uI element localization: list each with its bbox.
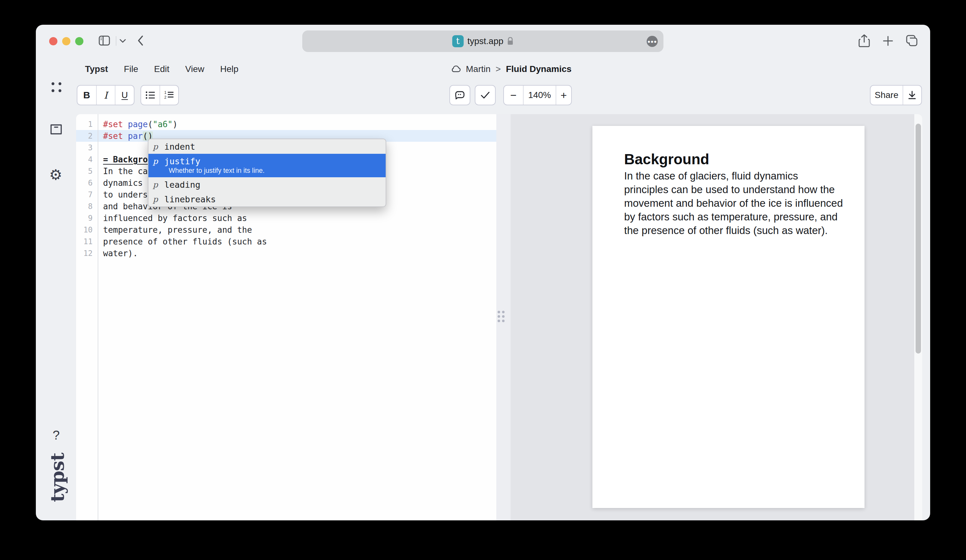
titlebar-divider bbox=[116, 36, 117, 46]
code-line-9[interactable]: 9influenced by factors such as bbox=[76, 212, 496, 224]
line-number: 1 bbox=[76, 120, 93, 129]
new-tab-icon[interactable] bbox=[882, 36, 894, 46]
bullet-list-icon bbox=[146, 91, 155, 99]
menu-bar-items: TypstFileEditViewHelp bbox=[85, 64, 238, 74]
checkmark-icon bbox=[480, 91, 490, 99]
share-icon[interactable] bbox=[859, 34, 870, 48]
autocomplete-item-indent[interactable]: pindent bbox=[148, 139, 386, 154]
compile-status-button[interactable] bbox=[475, 85, 496, 105]
preview-body: In the case of glaciers, fluid dynamics … bbox=[624, 169, 844, 237]
bold-button[interactable]: B bbox=[77, 85, 96, 105]
settings-gear-icon[interactable]: ⚙ bbox=[49, 166, 62, 183]
screen: t typst.app ●●● bbox=[0, 0, 966, 560]
lock-icon bbox=[507, 37, 513, 45]
param-label: linebreaks bbox=[164, 194, 216, 204]
param-description: Whether to justify text in its line. bbox=[169, 167, 264, 175]
breadcrumb-workspace[interactable]: Martin bbox=[466, 64, 491, 74]
traffic-lights bbox=[49, 37, 84, 45]
breadcrumb-document[interactable]: Fluid Dynamics bbox=[506, 64, 572, 74]
line-number: 2 bbox=[76, 131, 93, 140]
autocomplete-item-leading[interactable]: pleading bbox=[148, 177, 386, 192]
address-bar[interactable]: t typst.app ●●● bbox=[302, 30, 664, 52]
zoom-level[interactable]: 140% bbox=[523, 85, 555, 105]
app-grid-icon[interactable] bbox=[51, 81, 62, 93]
list-group: 1 2 bbox=[141, 85, 179, 105]
back-icon[interactable] bbox=[137, 35, 144, 46]
param-type-icon: p bbox=[153, 195, 161, 204]
comment-icon bbox=[455, 91, 465, 100]
breadcrumb-separator: > bbox=[496, 64, 501, 74]
preview-scrollbar-thumb[interactable] bbox=[915, 124, 921, 353]
line-number: 5 bbox=[76, 167, 93, 176]
files-box-icon[interactable] bbox=[50, 124, 62, 135]
share-group: Share bbox=[870, 85, 922, 105]
zoom-window-button[interactable] bbox=[75, 37, 84, 45]
code-text: influenced by factors such as bbox=[103, 213, 247, 223]
chevron-down-icon[interactable] bbox=[120, 39, 126, 43]
download-button[interactable] bbox=[903, 85, 921, 105]
download-icon bbox=[908, 91, 916, 100]
help-icon[interactable]: ? bbox=[53, 428, 60, 442]
line-number: 9 bbox=[76, 214, 93, 223]
numbered-list-icon: 1 2 bbox=[164, 91, 174, 100]
code-text: water). bbox=[103, 249, 138, 258]
code-text: temperature, pressure, and the bbox=[103, 225, 252, 235]
close-window-button[interactable] bbox=[49, 37, 58, 45]
site-favicon: t bbox=[452, 35, 464, 47]
breadcrumb: Martin > Fluid Dynamics bbox=[451, 64, 572, 74]
tab-overview-icon[interactable] bbox=[906, 35, 919, 47]
zoom-group: − 140% + bbox=[503, 85, 572, 105]
underline-button[interactable]: U bbox=[115, 85, 134, 105]
preview-heading: Background bbox=[624, 151, 709, 168]
typst-logo: typst bbox=[47, 453, 68, 502]
param-type-icon: p bbox=[153, 157, 161, 166]
line-number: 10 bbox=[76, 225, 93, 234]
page-settings-icon[interactable]: ●●● bbox=[647, 36, 658, 47]
safari-window: t typst.app ●●● bbox=[36, 25, 930, 521]
line-number: 7 bbox=[76, 190, 93, 199]
svg-text:1: 1 bbox=[164, 91, 166, 95]
autocomplete-dropdown: pindentpjustifyWhether to justify text i… bbox=[148, 139, 386, 207]
param-type-icon: p bbox=[153, 180, 161, 189]
autocomplete-item-linebreaks[interactable]: plinebreaks bbox=[148, 192, 386, 207]
param-type-icon: p bbox=[153, 142, 161, 151]
line-number: 3 bbox=[76, 143, 93, 152]
comment-button[interactable] bbox=[449, 85, 470, 105]
line-number: 6 bbox=[76, 179, 93, 187]
sidebar-toggle-icon[interactable] bbox=[99, 35, 110, 46]
minimize-window-button[interactable] bbox=[62, 37, 71, 45]
svg-text:2: 2 bbox=[164, 95, 166, 100]
share-button[interactable]: Share bbox=[871, 85, 903, 105]
bullet-list-button[interactable] bbox=[141, 85, 159, 105]
code-line-1[interactable]: 1#set page("a6") bbox=[76, 118, 496, 130]
param-label: indent bbox=[164, 142, 196, 151]
browser-titlebar: t typst.app ●●● bbox=[36, 25, 930, 56]
gutter-separator bbox=[98, 114, 98, 521]
code-line-10[interactable]: 10temperature, pressure, and the bbox=[76, 224, 496, 236]
pane-drag-handle[interactable] bbox=[498, 311, 504, 322]
line-number: 4 bbox=[76, 155, 93, 164]
code-text: #set page("a6") bbox=[103, 120, 177, 129]
zoom-in-button[interactable]: + bbox=[555, 85, 571, 105]
menu-item-typst[interactable]: Typst bbox=[85, 64, 108, 74]
cloud-icon bbox=[451, 66, 461, 72]
preview-scrollbar-track[interactable] bbox=[914, 114, 922, 521]
line-number: 11 bbox=[76, 237, 93, 246]
menu-item-file[interactable]: File bbox=[124, 64, 138, 74]
numbered-list-button[interactable]: 1 2 bbox=[159, 85, 178, 105]
preview-page: Background In the case of glaciers, flui… bbox=[592, 126, 864, 508]
line-number: 8 bbox=[76, 202, 93, 211]
menu-item-edit[interactable]: Edit bbox=[154, 64, 169, 74]
url-text: typst.app bbox=[467, 36, 504, 46]
preview-pane: Background In the case of glaciers, flui… bbox=[511, 114, 922, 521]
italic-button[interactable]: I bbox=[96, 85, 115, 105]
code-text: #set par() bbox=[103, 131, 153, 141]
menu-item-view[interactable]: View bbox=[185, 64, 204, 74]
zoom-out-button[interactable]: − bbox=[504, 85, 523, 105]
autocomplete-item-justify[interactable]: pjustifyWhether to justify text in its l… bbox=[148, 154, 386, 177]
code-line-12[interactable]: 12water). bbox=[76, 247, 496, 259]
param-label: leading bbox=[164, 180, 200, 190]
menu-item-help[interactable]: Help bbox=[220, 64, 238, 74]
line-number: 12 bbox=[76, 249, 93, 258]
code-line-11[interactable]: 11presence of other fluids (such as bbox=[76, 236, 496, 247]
